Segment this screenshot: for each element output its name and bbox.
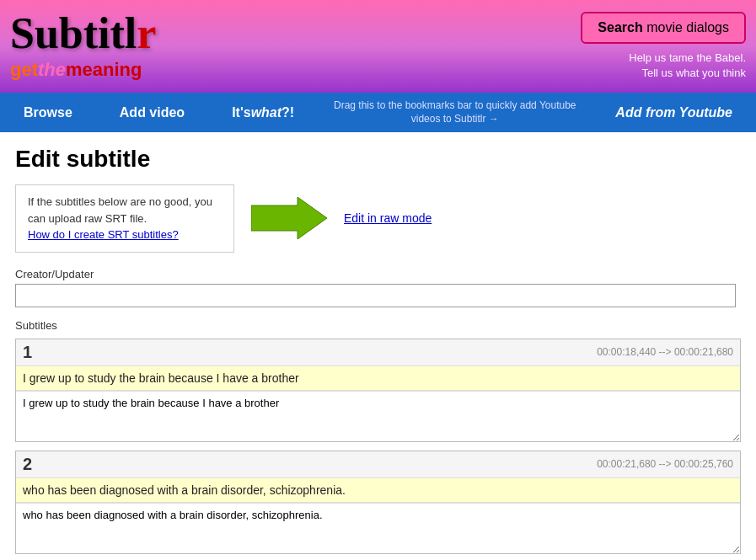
svg-marker-0 bbox=[251, 197, 327, 239]
logo-main: Subtitl bbox=[10, 9, 137, 57]
subtitle-block-1: 1 00:00:18,440 --> 00:00:21,680 I grew u… bbox=[15, 339, 741, 442]
subtitle-display-1: I grew up to study the brain because I h… bbox=[16, 365, 740, 391]
tagline: getthemeaning bbox=[10, 59, 156, 81]
search-movie-dialogs-button[interactable]: Search movie dialogs bbox=[581, 12, 746, 44]
header-right: Search movie dialogs Help us tame the Ba… bbox=[581, 12, 746, 81]
subtitle-time-1: 00:00:18,440 --> 00:00:21,680 bbox=[597, 346, 733, 358]
info-area: If the subtitles below are no good, you … bbox=[15, 184, 741, 253]
page-title: Edit subtitle bbox=[15, 146, 741, 173]
subtitle-num-1: 1 bbox=[23, 343, 32, 362]
site-header: Subtitlr getthemeaning Search movie dial… bbox=[0, 0, 756, 93]
tagline-meaning: meaning bbox=[66, 59, 142, 80]
logo: Subtitlr bbox=[10, 12, 156, 56]
tagline-get: get bbox=[10, 59, 38, 80]
subtitle-textarea-1[interactable] bbox=[16, 391, 740, 441]
subtitle-time-2: 00:00:21,680 --> 00:00:25,760 bbox=[597, 458, 733, 470]
info-box-text: If the subtitles below are no good, you … bbox=[28, 195, 212, 225]
srt-help-link[interactable]: How do I create SRT subtitles? bbox=[28, 228, 179, 241]
edit-raw-mode-link[interactable]: Edit in raw mode bbox=[344, 211, 432, 225]
logo-r: r bbox=[137, 9, 156, 57]
help-line2: Tell us what you think bbox=[641, 67, 746, 79]
nav-add-video[interactable]: Add video bbox=[96, 97, 208, 129]
arrow-container bbox=[251, 197, 327, 239]
subtitle-block-2: 2 00:00:21,680 --> 00:00:25,760 who has … bbox=[15, 451, 741, 554]
logo-area: Subtitlr getthemeaning bbox=[10, 12, 156, 81]
creator-input[interactable] bbox=[15, 284, 736, 307]
help-line1: Help us tame the Babel. bbox=[629, 51, 746, 64]
navbar: Browse Add video It's what?! Drag this t… bbox=[0, 93, 756, 132]
tagline-the: the bbox=[38, 59, 66, 80]
nav-browse[interactable]: Browse bbox=[0, 97, 96, 129]
nav-drag-text: Drag this to the bookmarks bar to quickl… bbox=[318, 93, 592, 132]
nav-add-youtube[interactable]: Add from Youtube bbox=[592, 97, 756, 129]
subtitles-label: Subtitles bbox=[15, 319, 741, 332]
subtitle-textarea-2[interactable] bbox=[16, 503, 740, 553]
subtitle-display-2: who has been diagnosed with a brain diso… bbox=[16, 477, 740, 503]
arrow-icon bbox=[251, 197, 327, 239]
subtitle-header-2: 2 00:00:21,680 --> 00:00:25,760 bbox=[16, 451, 740, 477]
subtitle-num-2: 2 bbox=[23, 455, 32, 474]
help-text: Help us tame the Babel. Tell us what you… bbox=[629, 51, 746, 81]
main-content: Edit subtitle If the subtitles below are… bbox=[0, 132, 756, 560]
creator-label: Creator/Updater bbox=[15, 268, 741, 280]
search-rest: movie dialogs bbox=[643, 20, 729, 35]
subtitle-header-1: 1 00:00:18,440 --> 00:00:21,680 bbox=[16, 339, 740, 365]
search-bold: Search bbox=[598, 20, 642, 35]
info-box: If the subtitles below are no good, you … bbox=[15, 184, 234, 253]
nav-whats[interactable]: It's what?! bbox=[208, 97, 318, 129]
